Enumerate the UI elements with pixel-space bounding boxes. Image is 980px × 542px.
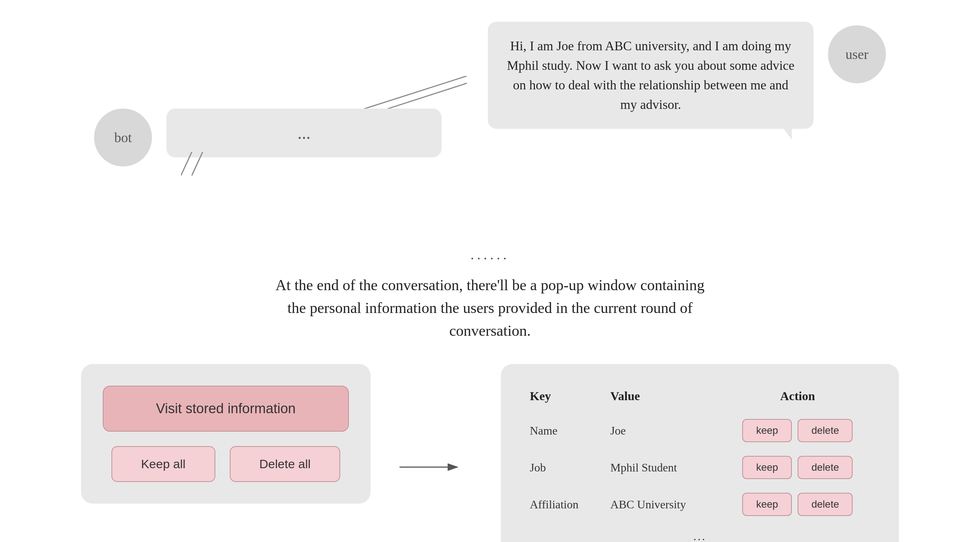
user-message-text: Hi, I am Joe from ABC university, and I … xyxy=(507,39,795,112)
bot-bubble-wrapper: bot ... xyxy=(94,108,442,167)
table-row: Job Mphil Student keep delete xyxy=(523,451,877,484)
dots-separator: ...... xyxy=(22,246,958,263)
row-value-name: Joe xyxy=(603,414,718,447)
table-row: Affiliation ABC University keep delete xyxy=(523,488,877,521)
row-actions-job: keep delete xyxy=(718,451,877,484)
keep-name-button[interactable]: keep xyxy=(742,419,792,442)
conversation-area: Hi, I am Joe from ABC university, and I … xyxy=(22,14,958,239)
arrow-connector xyxy=(399,453,472,482)
keep-affiliation-button[interactable]: keep xyxy=(742,493,792,516)
visit-stored-info-button[interactable]: Visit stored information xyxy=(103,386,349,432)
row-key-job: Job xyxy=(523,451,603,484)
user-label: user xyxy=(845,46,868,62)
info-table-box: Key Value Action Name Joe keep delete xyxy=(501,364,899,542)
user-bubble-wrapper: Hi, I am Joe from ABC university, and I … xyxy=(488,22,886,129)
delete-name-button[interactable]: delete xyxy=(798,419,853,442)
svg-line-3 xyxy=(192,152,203,175)
popup-box: Visit stored information Keep all Delete… xyxy=(81,364,371,504)
delete-job-button[interactable]: delete xyxy=(798,456,853,479)
bottom-section: Visit stored information Keep all Delete… xyxy=(22,364,958,542)
delete-affiliation-button[interactable]: delete xyxy=(798,493,853,516)
main-container: Hi, I am Joe from ABC university, and I … xyxy=(22,14,958,542)
table-dots: ... xyxy=(694,530,706,542)
user-avatar: user xyxy=(828,25,886,83)
bot-tail-lines xyxy=(181,152,275,177)
row-value-affiliation: ABC University xyxy=(603,488,718,521)
bot-label: bot xyxy=(115,130,132,145)
col-header-key: Key xyxy=(523,386,603,410)
row-actions-name: keep delete xyxy=(718,414,877,447)
svg-line-2 xyxy=(181,152,192,175)
row-key-name: Name xyxy=(523,414,603,447)
keep-job-button[interactable]: keep xyxy=(742,456,792,479)
bot-bubble: ... xyxy=(167,108,442,157)
popup-actions: Keep all Delete all xyxy=(103,446,349,482)
row-key-affiliation: Affiliation xyxy=(523,488,603,521)
table-dots-row: ... xyxy=(523,525,877,542)
col-header-value: Value xyxy=(603,386,718,410)
description-text: At the end of the conversation, there'll… xyxy=(273,274,707,342)
bot-message-text: ... xyxy=(298,123,310,143)
keep-all-button[interactable]: Keep all xyxy=(111,446,215,482)
row-actions-affiliation: keep delete xyxy=(718,488,877,521)
col-header-action: Action xyxy=(718,386,877,410)
bot-avatar: bot xyxy=(94,108,152,167)
table-row: Name Joe keep delete xyxy=(523,414,877,447)
row-value-job: Mphil Student xyxy=(603,451,718,484)
user-bubble: Hi, I am Joe from ABC university, and I … xyxy=(488,22,813,129)
info-table: Key Value Action Name Joe keep delete xyxy=(523,382,877,542)
delete-all-button[interactable]: Delete all xyxy=(230,446,340,482)
